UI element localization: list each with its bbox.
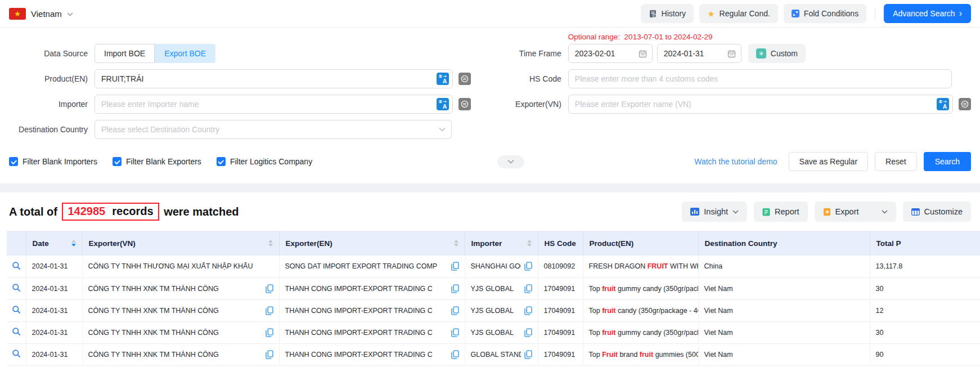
cell-exporter-en: SONG DAT IMPORT EXPORT TRADING COMP <box>279 256 465 278</box>
results-table: DateExporter(VN)Exporter(EN)ImporterHS C… <box>7 231 980 366</box>
report-button[interactable]: Report <box>754 202 808 222</box>
cell-importer: GLOBAL STANDAR <box>465 343 538 365</box>
sort-icons[interactable] <box>71 240 76 247</box>
customize-label: Customize <box>924 207 963 216</box>
column-header-exporter-vn-[interactable]: Exporter(VN) <box>82 231 279 256</box>
chevron-down-icon <box>882 210 888 214</box>
insight-button[interactable]: Insight <box>682 202 747 222</box>
match-mode-icon[interactable] <box>458 98 471 110</box>
cell-exporter-en: THANH CONG IMPORT-EXPORT TRADING C <box>279 278 465 299</box>
column-header-exporter-en-[interactable]: Exporter(EN) <box>279 231 465 256</box>
exporter-vn-input-box: A <box>568 95 953 114</box>
customize-button[interactable]: Customize <box>903 202 972 222</box>
copy-icon[interactable] <box>524 262 532 271</box>
copy-icon[interactable] <box>451 306 459 315</box>
row-detail-search-icon[interactable] <box>12 305 21 314</box>
date-to-input[interactable] <box>664 49 727 58</box>
records-word: records <box>112 205 153 218</box>
copy-icon[interactable] <box>266 284 273 293</box>
match-mode-icon[interactable] <box>959 98 971 110</box>
cell-total: 13,117.8 <box>870 256 980 278</box>
cell-destination: China <box>698 256 870 278</box>
exporter-vn-input[interactable] <box>575 100 933 109</box>
record-count-highlight-box: 142985records <box>62 203 159 221</box>
calendar-icon[interactable] <box>639 50 647 58</box>
importer-input[interactable] <box>101 100 433 109</box>
cell-exporter-vn: CÔNG TY TNHH XNK TM THÀNH CÔNG <box>82 321 279 343</box>
cell-product: Top Fruit brand fruit gummies (500gr/b <box>583 343 698 365</box>
copy-icon[interactable] <box>451 350 459 359</box>
country-selector[interactable]: ★ Vietnam <box>9 8 73 20</box>
translate-icon[interactable]: A <box>437 98 449 110</box>
fold-conditions-label: Fold Conditions <box>804 9 858 18</box>
chevron-down-icon <box>439 127 446 132</box>
copy-icon[interactable] <box>266 350 273 359</box>
cell-exporter-vn: CÔNG TY TNHH XNK TM THÀNH CÔNG <box>82 343 279 365</box>
cell-exporter-vn: CÔNG TY TNHH XNK TM THÀNH CÔNG <box>82 299 279 321</box>
destination-placeholder: Please select Destination Country <box>101 125 439 134</box>
row-detail-search-icon[interactable] <box>12 261 21 270</box>
date-from-box <box>568 44 653 63</box>
copy-icon[interactable] <box>266 306 273 315</box>
cell-date: 2024-01-31 <box>26 278 82 299</box>
product-input[interactable] <box>101 74 433 83</box>
date-from-input[interactable] <box>575 49 639 58</box>
custom-icon: ✳ <box>756 48 766 59</box>
copy-icon[interactable] <box>451 284 459 293</box>
match-mode-icon[interactable] <box>458 73 471 85</box>
copy-icon[interactable] <box>524 284 532 293</box>
column-header-product-en-: Product(EN) <box>583 231 698 256</box>
copy-icon[interactable] <box>524 328 532 337</box>
row-detail-search-icon[interactable] <box>12 283 21 292</box>
collapse-panel-button[interactable] <box>497 155 524 168</box>
svg-text:A: A <box>443 103 447 110</box>
tutorial-demo-link[interactable]: Watch the tutorial demo <box>694 157 777 166</box>
copy-icon[interactable] <box>451 328 459 337</box>
reset-button[interactable]: Reset <box>875 152 917 171</box>
filter-blank-exporters-checkbox[interactable]: Filter Blank Exporters <box>113 157 201 166</box>
export-button[interactable]: Export <box>815 202 896 222</box>
results-summary: A total of 142985records were matched <box>9 203 239 221</box>
advanced-search-button[interactable]: Advanced Search › <box>884 4 971 23</box>
column-header-importer[interactable]: Importer <box>465 231 538 256</box>
sort-icons[interactable] <box>454 240 458 247</box>
vietnam-flag-icon: ★ <box>9 8 26 20</box>
sort-icons[interactable] <box>527 240 532 247</box>
row-detail-search-icon[interactable] <box>12 349 21 358</box>
filter-logistics-company-checkbox[interactable]: Filter Logitics Company <box>217 157 312 166</box>
optional-range-hint: Optional range: 2013-07-01 to 2024-02-29 <box>471 31 971 42</box>
copy-icon[interactable] <box>524 350 532 359</box>
sort-icons[interactable] <box>268 240 273 247</box>
copy-icon[interactable] <box>524 306 532 315</box>
hs-code-input[interactable] <box>575 74 948 83</box>
import-boe-button[interactable]: Import BOE <box>95 44 155 63</box>
cell-product: Top fruit gummy candy (350gr/package <box>583 278 698 299</box>
save-as-regular-button[interactable]: Save as Regular <box>789 152 869 171</box>
search-button[interactable]: Search <box>924 152 971 171</box>
data-source-toggle: Import BOE Export BOE <box>95 44 215 63</box>
cell-product: FRESH DRAGON FRUIT WITH WHITE R <box>583 256 698 278</box>
destination-country-select[interactable]: Please select Destination Country <box>95 120 452 139</box>
custom-range-button[interactable]: ✳ Custom <box>748 44 806 63</box>
cell-destination: Viet Nam <box>698 278 870 299</box>
cell-product: Top fruit candy (350gr/package - 40 pa <box>583 299 698 321</box>
chevron-down-icon <box>67 8 73 19</box>
translate-icon[interactable]: A <box>437 73 449 85</box>
cell-exporter-en: THANH CONG IMPORT-EXPORT TRADING C <box>279 299 465 321</box>
copy-icon[interactable] <box>266 328 273 337</box>
export-icon <box>823 208 831 216</box>
country-label: Vietnam <box>31 9 62 19</box>
copy-icon[interactable] <box>451 262 459 271</box>
cell-importer: YJS GLOBAL <box>465 299 538 321</box>
hs-code-label: HS Code <box>471 74 568 83</box>
column-header-date[interactable]: Date <box>26 231 82 256</box>
calendar-icon[interactable] <box>727 50 736 58</box>
translate-icon[interactable]: A <box>937 98 949 110</box>
history-button[interactable]: History <box>641 4 694 23</box>
table-row: 2024-01-31 CÔNG TY TNHH XNK TM THÀNH CÔN… <box>7 343 980 365</box>
regular-cond-button[interactable]: ★ Regular Cond. <box>699 4 778 23</box>
filter-blank-importers-checkbox[interactable]: Filter Blank Importers <box>9 157 97 166</box>
row-detail-search-icon[interactable] <box>12 327 21 336</box>
export-boe-button[interactable]: Export BOE <box>155 44 215 63</box>
fold-conditions-button[interactable]: Fold Conditions <box>784 4 866 23</box>
